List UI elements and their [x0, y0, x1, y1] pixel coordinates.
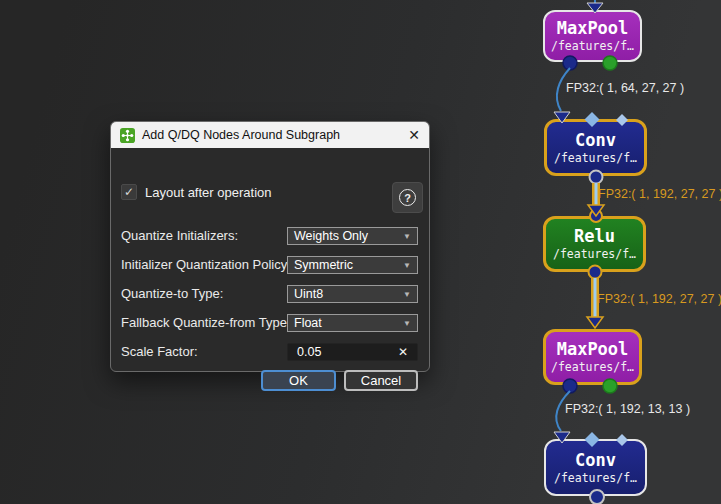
node-op-label: Relu [546, 227, 643, 246]
initializer-quantization-policy-label: Initializer Quantization Policy: [121, 256, 291, 274]
quantize-to-type-dropdown[interactable]: Uint8 ▼ [287, 285, 418, 303]
layout-after-operation-checkbox[interactable]: ✓ [121, 184, 137, 200]
node-relu-1[interactable]: Relu /features/f… [543, 216, 646, 272]
layout-after-operation-label: Layout after operation [145, 185, 271, 200]
help-icon: ? [399, 189, 416, 206]
input-value: 0.05 [297, 345, 321, 359]
node-conv-1[interactable]: Conv /features/f… [544, 119, 647, 176]
edge-tensor-label: FP32:( 1, 192, 27, 27 ) [597, 292, 721, 306]
fallback-quantize-from-type-dropdown[interactable]: Float ▼ [287, 314, 418, 332]
add-qdq-dialog: Add Q/DQ Nodes Around Subgraph ✕ ✓ Layou… [110, 121, 430, 372]
dialog-body: ✓ Layout after operation ? Quantize Init… [111, 148, 429, 371]
node-path-label: /features/f… [546, 247, 643, 261]
node-conv-2[interactable]: Conv /features/f… [544, 439, 647, 496]
initializer-quantization-policy-dropdown[interactable]: Symmetric ▼ [287, 256, 418, 274]
node-maxpool-1[interactable]: MaxPool /features/f… [543, 10, 642, 62]
chevron-down-icon: ▼ [403, 232, 411, 241]
node-op-label: MaxPool [545, 19, 640, 38]
quantize-initializers-label: Quantize Initializers: [121, 227, 238, 245]
node-op-label: Conv [546, 451, 645, 470]
dropdown-value: Weights Only [294, 229, 368, 243]
app-icon [120, 128, 135, 143]
dropdown-value: Uint8 [294, 287, 323, 301]
node-maxpool-2[interactable]: MaxPool /features/f… [543, 329, 642, 385]
dialog-titlebar[interactable]: Add Q/DQ Nodes Around Subgraph ✕ [111, 122, 429, 148]
chevron-down-icon: ▼ [403, 290, 411, 299]
port-input-triangle[interactable] [588, 205, 604, 216]
node-path-label: /features/f… [547, 151, 644, 165]
scale-factor-input[interactable]: 0.05 ✕ [287, 343, 418, 361]
node-path-label: /features/f… [546, 471, 645, 485]
node-path-label: /features/f… [545, 39, 640, 53]
quantize-to-type-label: Quantize-to Type: [121, 285, 223, 303]
port-input-triangle[interactable] [587, 317, 603, 328]
clear-icon[interactable]: ✕ [398, 345, 408, 359]
chevron-down-icon: ▼ [403, 261, 411, 270]
fallback-quantize-from-type-label: Fallback Quantize-from Type: [121, 314, 291, 332]
dialog-title: Add Q/DQ Nodes Around Subgraph [142, 128, 340, 142]
dropdown-value: Symmetric [294, 258, 353, 272]
chevron-down-icon: ▼ [403, 319, 411, 328]
dropdown-value: Float [294, 316, 322, 330]
scale-factor-label: Scale Factor: [121, 343, 198, 361]
help-button[interactable]: ? [392, 182, 423, 213]
edge-tensor-label: FP32:( 1, 192, 13, 13 ) [565, 402, 690, 416]
ok-button[interactable]: OK [261, 370, 336, 391]
graph-canvas[interactable]: MaxPool /features/f… Conv /features/f… R… [0, 0, 721, 504]
close-icon[interactable]: ✕ [408, 128, 420, 142]
edge-tensor-label: FP32:( 1, 192, 27, 27 ) [598, 187, 721, 201]
cancel-button[interactable]: Cancel [344, 370, 418, 391]
edge-tensor-label: FP32:( 1, 64, 27, 27 ) [566, 81, 684, 95]
quantize-initializers-dropdown[interactable]: Weights Only ▼ [287, 227, 418, 245]
node-path-label: /features/f… [546, 360, 639, 374]
node-op-label: MaxPool [546, 340, 639, 359]
node-op-label: Conv [547, 131, 644, 150]
